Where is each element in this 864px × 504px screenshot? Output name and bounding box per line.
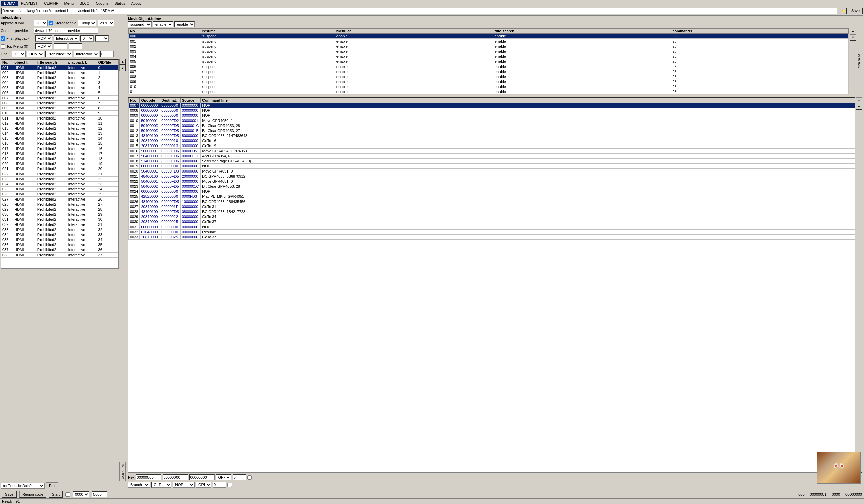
table-row[interactable]: 010 suspend enable enable 28	[129, 84, 849, 89]
table-row[interactable]: 036 HDMI Prohibited2 Interactive 35	[1, 242, 119, 248]
table-row[interactable]: 018 HDMI Prohibited2 Interactive 17	[1, 151, 119, 156]
table-row[interactable]: 0033 20810000 00000025 00000000 GoTo 37	[129, 235, 855, 240]
top-menu-extra[interactable]	[69, 43, 82, 49]
table-row[interactable]: 019 HDMI Prohibited2 Interactive 18	[1, 156, 119, 161]
stereoscopic-checkbox[interactable]	[49, 21, 53, 25]
title-num-select[interactable]: 1	[12, 51, 26, 57]
table-row[interactable]: 0021 48400100 00000FD5 20000000 BC GPR40…	[129, 174, 855, 179]
path-input[interactable]	[1, 8, 837, 14]
table-row[interactable]: 0009 00000000 00000000 00000000 NOP	[129, 113, 855, 118]
table-row[interactable]: 032 HDMI Prohibited2 Interactive 31	[1, 222, 119, 227]
table-row[interactable]: 035 HDMI Prohibited2 Interactive 34	[1, 237, 119, 242]
table-row[interactable]: 011 suspend enable enable 28	[129, 89, 849, 94]
table-row[interactable]: 0020 50400001 00000FD3 00000000 Move GPR…	[129, 169, 855, 174]
table-row[interactable]: 0008 00000000 00000000 00000000 NOP	[129, 108, 855, 113]
top-menu-num[interactable]	[54, 43, 67, 49]
first-playback-mode[interactable]: Interactive	[54, 35, 79, 41]
goto-select[interactable]: GoTo	[151, 482, 171, 488]
table-row[interactable]: 0027 20810000 0000001F 00000000 GoTo 31	[129, 204, 855, 209]
table-row[interactable]: 0029 20810000 00000022 00000000 GoTo 34	[129, 214, 855, 219]
table-row[interactable]: 023 HDMI Prohibited2 Interactive 22	[1, 177, 119, 182]
table-row[interactable]: 0017 50400009 00000FD6 0000FFFF And GPR4…	[129, 154, 855, 159]
table-row[interactable]: 017 HDMI Prohibited2 Interactive 16	[1, 146, 119, 151]
table-row[interactable]: 0025 42820000 00000000 0000FD3 Play PL_M…	[129, 194, 855, 199]
menu-status[interactable]: Status	[112, 1, 128, 6]
table-row[interactable]: 0023 5040000D 00000FD5 0000001C Bit Clea…	[129, 184, 855, 189]
movie-up-button[interactable]: ▲	[850, 28, 856, 34]
title-up-button[interactable]: ▲	[119, 59, 125, 65]
title-prohibited-select[interactable]: Prohibited2	[45, 51, 72, 57]
table-row[interactable]: 0013 48400100 00000FD5 80000000 BC GPR40…	[129, 133, 855, 139]
edit-button[interactable]: Edit	[46, 482, 58, 489]
table-row[interactable]: 0012 5040000D 00000FD5 0000001B Bit Clea…	[129, 128, 855, 133]
branch-checkbox[interactable]	[227, 483, 232, 487]
table-row[interactable]: 0010 50400001 00000FD2 00000001 Move GPR…	[129, 118, 855, 123]
table-row[interactable]: 0014 20810000 00000010 00000000 GoTo 16	[129, 139, 855, 143]
table-row[interactable]: 0019 00000000 00000000 00000000 NOP	[129, 164, 855, 169]
table-row[interactable]: 005 HDMI Prohibited2 Interactive 4	[1, 85, 119, 91]
table-row[interactable]: 006 suspend enable enable 28	[129, 64, 849, 69]
table-row[interactable]: 004 suspend enable enable 28	[129, 54, 849, 59]
hex-gpr-select[interactable]: GPR	[216, 474, 231, 480]
table-row[interactable]: 0028 48400100 00000FD5 08000000 BC GPR40…	[129, 209, 855, 214]
table-row[interactable]: 006 HDMI Prohibited2 Interactive 5	[1, 91, 119, 96]
table-row[interactable]: 020 HDMI Prohibited2 Interactive 19	[1, 161, 119, 166]
title-interactive-select[interactable]: Interactive	[74, 51, 99, 57]
title-down-button[interactable]: ▼	[119, 65, 125, 71]
table-row[interactable]: 002 HDMI Prohibited2 Interactive 1	[1, 70, 119, 75]
branch-gpr-select[interactable]: GPR	[196, 482, 211, 488]
table-row[interactable]: 003 HDMI Prohibited2 Interactive 2	[1, 75, 119, 80]
table-row[interactable]: 009 suspend enable enable 28	[129, 79, 849, 84]
table-row[interactable]: 0031 00000000 00000000 00000000 NOP	[129, 225, 855, 230]
table-row[interactable]: 021 HDMI Prohibited2 Interactive 20	[1, 166, 119, 171]
table-row[interactable]: 009 HDMI Prohibited2 Interactive 8	[1, 106, 119, 111]
table-row[interactable]: 038 HDMI Prohibited2 Interactive 37	[1, 252, 119, 257]
table-row[interactable]: 033 HDMI Prohibited2 Interactive 32	[1, 227, 119, 232]
first-playback-num[interactable]: 0	[80, 35, 94, 41]
menu-playlist[interactable]: PLAYLIST	[18, 1, 41, 6]
framerate-select[interactable]: 29.97	[97, 20, 115, 26]
start-checkbox[interactable]	[65, 492, 70, 496]
table-row[interactable]: 014 HDMI Prohibited2 Interactive 13	[1, 131, 119, 136]
table-row[interactable]: 0016 50000001 00000FD6 0000FD5 Move GPR4…	[129, 148, 855, 154]
appinfo-2d-select[interactable]: 2D	[34, 20, 48, 26]
table-row[interactable]: 034 HDMI Prohibited2 Interactive 33	[1, 232, 119, 237]
hex-checkbox[interactable]	[248, 475, 252, 480]
table-row[interactable]: 008 suspend enable enable 28	[129, 74, 849, 79]
bottom-val2-input[interactable]	[92, 491, 107, 497]
table-row[interactable]: 030 HDMI Prohibited2 Interactive 29	[1, 212, 119, 217]
read-button[interactable]: Save	[848, 8, 863, 14]
table-row[interactable]: 0022 50400001 00000FD3 00000000 Move GPR…	[129, 179, 855, 184]
hex-val1[interactable]	[136, 474, 161, 480]
table-row[interactable]: 012 HDMI Prohibited2 Interactive 11	[1, 121, 119, 126]
table-row[interactable]: 007 suspend enable enable 28	[129, 69, 849, 74]
table-row[interactable]: 029 HDMI Prohibited2 Interactive 28	[1, 207, 119, 212]
no-ext-select[interactable]: no ExtensionData0	[1, 483, 45, 489]
region-code-btn[interactable]: Region code	[19, 491, 46, 497]
table-row[interactable]: 027 HDMI Prohibited2 Interactive 26	[1, 197, 119, 202]
title-hdmi-select[interactable]: HDMI	[27, 51, 44, 57]
table-row[interactable]: 026 HDMI Prohibited2 Interactive 25	[1, 192, 119, 197]
suspend-select[interactable]: suspend	[128, 21, 152, 27]
menu-clipinf[interactable]: CLIPINF	[41, 1, 61, 6]
cmd-down-button[interactable]: ▼	[856, 104, 862, 110]
table-row[interactable]: 025 HDMI Prohibited2 Interactive 24	[1, 187, 119, 192]
table-row[interactable]: 028 HDMI Prohibited2 Interactive 27	[1, 202, 119, 207]
table-row[interactable]: 015 HDMI Prohibited2 Interactive 14	[1, 136, 119, 141]
cmd-up-button[interactable]: ▲	[856, 97, 862, 103]
menu-options[interactable]: Options	[93, 1, 111, 6]
table-row[interactable]: 0011 5040000D 00000FD5 0000001C Bit Clea…	[129, 123, 855, 128]
table-row[interactable]: 001 HDMI Prohibited2 Interactive 0	[1, 65, 119, 70]
table-row[interactable]: 0024 00000000 00000000 00000000 NOP	[129, 189, 855, 194]
table-row[interactable]: 011 HDMI Prohibited2 Interactive 10	[1, 116, 119, 121]
table-row[interactable]: 008 HDMI Prohibited2 Interactive 7	[1, 100, 119, 106]
movie-down-button[interactable]: ▼	[850, 34, 856, 40]
table-row[interactable]: 031 HDMI Prohibited2 Interactive 30	[1, 217, 119, 222]
menu-menu[interactable]: Menu	[62, 1, 76, 6]
table-row[interactable]: 0026 48400100 00000FD5 10000000 BC GPR40…	[129, 199, 855, 204]
content-provider-input[interactable]	[34, 28, 98, 34]
save-btn[interactable]: Save	[2, 491, 16, 497]
first-playback-checkbox[interactable]	[1, 36, 5, 41]
table-row[interactable]: 000 suspend enable enable 38	[129, 34, 849, 39]
menu-bdmv[interactable]: BDMV	[1, 1, 17, 6]
